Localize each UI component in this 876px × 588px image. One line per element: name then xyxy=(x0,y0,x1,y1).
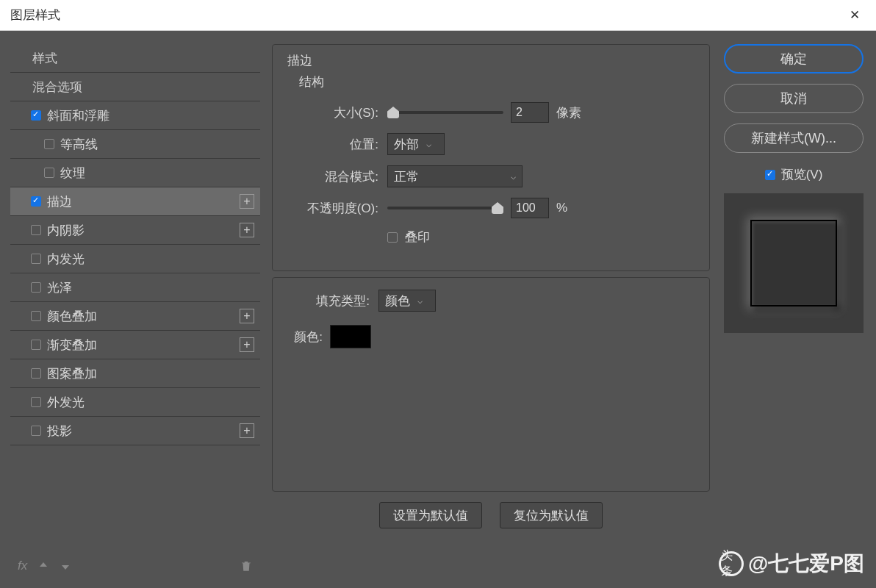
title-bar: 图层样式 ✕ xyxy=(0,0,876,31)
action-column: 确定 取消 新建样式(W)... 预览(V) xyxy=(722,44,866,581)
size-slider[interactable] xyxy=(387,111,503,114)
blend-mode-label: 混合模式: xyxy=(283,168,378,185)
checkbox-icon[interactable] xyxy=(31,340,41,350)
size-input[interactable] xyxy=(511,102,549,123)
add-effect-icon[interactable]: + xyxy=(240,309,254,323)
sidebar-item-outer-glow[interactable]: 外发光 xyxy=(10,388,260,417)
cancel-button[interactable]: 取消 xyxy=(724,84,864,113)
sidebar-item-gradient-overlay[interactable]: 渐变叠加 + xyxy=(10,331,260,359)
checkbox-icon[interactable] xyxy=(31,368,41,379)
fx-menu-icon[interactable]: fx xyxy=(18,559,27,573)
add-effect-icon[interactable]: + xyxy=(240,423,254,438)
color-label: 颜色: xyxy=(283,329,323,345)
size-label: 大小(S): xyxy=(283,104,378,121)
window-title: 图层样式 xyxy=(10,7,60,24)
size-unit: 像素 xyxy=(556,104,581,121)
opacity-label: 不透明度(O): xyxy=(283,200,378,217)
arrow-up-icon[interactable] xyxy=(37,560,49,572)
checkbox-icon[interactable] xyxy=(31,311,41,321)
sidebar-header-blend[interactable]: 混合选项 xyxy=(10,73,260,101)
chevron-down-icon: ⌵ xyxy=(426,139,431,149)
sidebar-item-contour[interactable]: 等高线 xyxy=(10,130,260,159)
arrow-down-icon[interactable] xyxy=(60,560,71,572)
watermark: 头条 @七七爱P图 xyxy=(719,550,864,578)
ok-button[interactable]: 确定 xyxy=(724,44,864,74)
position-label: 位置: xyxy=(283,136,378,153)
sidebar-item-drop-shadow[interactable]: 投影 + xyxy=(10,417,260,445)
trash-icon[interactable] xyxy=(240,559,253,573)
sidebar-item-texture[interactable]: 纹理 xyxy=(10,159,260,187)
settings-panel: 描边 结构 大小(S): 像素 位置: 外部⌵ 混合模式: 正常⌵ xyxy=(272,44,710,581)
opacity-slider[interactable] xyxy=(387,207,503,209)
checkbox-icon[interactable] xyxy=(44,139,54,149)
checkbox-icon[interactable] xyxy=(31,225,41,235)
sidebar-item-bevel[interactable]: 斜面和浮雕 xyxy=(10,101,260,130)
sidebar-item-satin[interactable]: 光泽 xyxy=(10,273,260,302)
preview-label: 预览(V) xyxy=(781,166,823,183)
sidebar-item-inner-glow[interactable]: 内发光 xyxy=(10,245,260,273)
sidebar-item-pattern-overlay[interactable]: 图案叠加 xyxy=(10,359,260,388)
add-effect-icon[interactable]: + xyxy=(240,194,254,209)
chevron-down-icon: ⌵ xyxy=(511,171,516,182)
color-swatch[interactable] xyxy=(330,325,371,348)
add-effect-icon[interactable]: + xyxy=(240,337,254,352)
fill-type-label: 填充类型: xyxy=(283,293,370,309)
sidebar-header-styles[interactable]: 样式 xyxy=(10,44,260,73)
styles-sidebar: 样式 混合选项 斜面和浮雕 等高线 纹理 描边 + 内阴影 xyxy=(10,44,260,581)
chevron-down-icon: ⌵ xyxy=(417,295,423,306)
checkbox-icon[interactable] xyxy=(31,282,41,293)
opacity-unit: % xyxy=(556,201,567,215)
sidebar-footer: fx xyxy=(10,551,260,581)
sidebar-item-color-overlay[interactable]: 颜色叠加 + xyxy=(10,302,260,331)
checkbox-icon[interactable] xyxy=(44,168,54,178)
position-select[interactable]: 外部⌵ xyxy=(387,133,445,155)
new-style-button[interactable]: 新建样式(W)... xyxy=(724,123,864,153)
preview-thumbnail xyxy=(724,193,864,333)
checkbox-icon[interactable] xyxy=(31,254,41,264)
overprint-label: 叠印 xyxy=(405,229,430,245)
checkbox-icon[interactable] xyxy=(31,397,41,407)
add-effect-icon[interactable]: + xyxy=(240,223,254,237)
sidebar-item-inner-shadow[interactable]: 内阴影 + xyxy=(10,216,260,245)
sidebar-item-stroke[interactable]: 描边 + xyxy=(10,187,260,216)
overprint-checkbox[interactable] xyxy=(387,232,398,243)
close-icon[interactable]: ✕ xyxy=(844,4,866,26)
panel-subtitle: 结构 xyxy=(299,74,699,90)
set-default-button[interactable]: 设置为默认值 xyxy=(379,502,482,528)
preview-checkbox[interactable] xyxy=(765,170,775,180)
checkbox-icon[interactable] xyxy=(31,110,41,121)
checkbox-icon[interactable] xyxy=(31,196,41,207)
blend-mode-select[interactable]: 正常⌵ xyxy=(387,165,523,187)
panel-title: 描边 xyxy=(287,52,699,69)
reset-default-button[interactable]: 复位为默认值 xyxy=(500,502,603,528)
opacity-input[interactable] xyxy=(511,198,549,218)
fill-type-select[interactable]: 颜色⌵ xyxy=(378,290,436,312)
checkbox-icon[interactable] xyxy=(31,426,41,436)
